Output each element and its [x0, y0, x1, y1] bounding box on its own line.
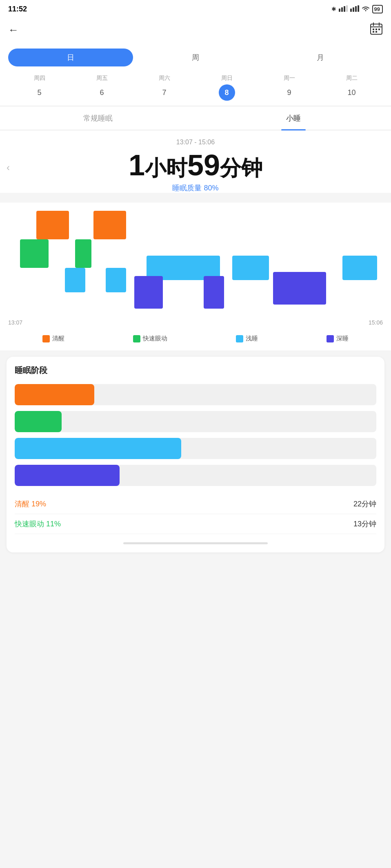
- sleep-quality-label: 睡眠质量: [172, 184, 204, 192]
- legend-dot-light: [236, 335, 243, 342]
- sleep-chart-svg: [8, 203, 383, 309]
- chart-start-time: 13:07: [8, 319, 22, 326]
- calendar-button[interactable]: [370, 22, 383, 38]
- stat-value-awake: 22分钟: [353, 499, 376, 509]
- day-selector: 周四 5 周五 6 周六 7 周日 8 周一 9 周二 10: [0, 71, 391, 106]
- svg-rect-15: [373, 31, 374, 33]
- sleep-minutes: 59: [187, 149, 220, 181]
- sleep-legend: 清醒 快速眼动 浅睡 深睡: [0, 328, 391, 351]
- stage-bar-fill-awake: [15, 384, 94, 405]
- tab-month[interactable]: 月: [258, 49, 383, 66]
- stat-value-rem: 13分钟: [353, 519, 376, 529]
- svg-rect-19: [20, 239, 49, 268]
- sleep-quality: 睡眠质量 80%: [8, 183, 383, 193]
- svg-rect-22: [106, 268, 126, 292]
- chart-time-labels: 13:07 15:06: [0, 317, 391, 328]
- svg-rect-4: [350, 9, 352, 12]
- legend-label-rem: 快速眼动: [143, 335, 167, 342]
- stage-bar-fill-deep: [15, 465, 120, 486]
- legend-label-light: 浅睡: [246, 335, 258, 342]
- svg-rect-16: [375, 31, 377, 33]
- legend-awake: 清醒: [42, 335, 64, 342]
- stage-bar-track-awake: [15, 384, 376, 405]
- sleep-hours: 1: [129, 149, 145, 181]
- legend-dot-rem: [133, 335, 140, 342]
- period-tabs: 日 周 月: [0, 44, 391, 71]
- day-label-mon: 周一: [284, 75, 295, 82]
- day-number-thu: 5: [31, 84, 48, 101]
- svg-rect-2: [344, 6, 345, 12]
- day-label-sat: 周六: [159, 75, 170, 82]
- sleep-time-range: 13:07 - 15:06: [8, 139, 383, 146]
- legend-label-deep: 深睡: [336, 335, 349, 342]
- svg-rect-3: [346, 5, 348, 12]
- tab-week[interactable]: 周: [133, 49, 258, 66]
- stat-row-rem: 快速眼动 11% 13分钟: [15, 514, 376, 534]
- back-button[interactable]: ←: [8, 24, 19, 36]
- day-item-tue[interactable]: 周二 10: [344, 75, 360, 101]
- svg-rect-0: [339, 9, 340, 12]
- chart-end-time: 15:06: [369, 319, 383, 326]
- day-label-tue: 周二: [346, 75, 358, 82]
- stage-bar-light: [15, 438, 376, 459]
- status-time: 11:52: [8, 5, 27, 13]
- legend-deep: 深睡: [327, 335, 349, 342]
- day-item-sat[interactable]: 周六 7: [156, 75, 173, 101]
- svg-rect-18: [93, 211, 126, 239]
- signal-icon: [339, 5, 348, 13]
- day-item-thu[interactable]: 周四 5: [31, 75, 48, 101]
- stage-bar-fill-rem: [15, 411, 62, 432]
- day-item-fri[interactable]: 周五 6: [94, 75, 110, 101]
- legend-rem: 快速眼动: [133, 335, 167, 342]
- sleep-type-tabs: 常规睡眠 小睡: [0, 107, 391, 130]
- tab-regular-sleep[interactable]: 常规睡眠: [0, 107, 196, 130]
- stage-bar-track-rem: [15, 411, 376, 432]
- svg-rect-5: [353, 7, 354, 12]
- sleep-main: ‹ 13:07 - 15:06 1小时59分钟 睡眠质量 80%: [0, 130, 391, 193]
- legend-dot-awake: [42, 335, 50, 342]
- sleep-quality-value: 80%: [204, 184, 218, 192]
- day-number-sun: 8: [219, 84, 235, 101]
- svg-rect-28: [273, 272, 326, 305]
- stat-label-rem: 快速眼动 11%: [15, 519, 61, 529]
- svg-rect-27: [204, 276, 224, 309]
- legend-dot-deep: [327, 335, 334, 342]
- day-label-sun: 周日: [221, 75, 233, 82]
- svg-rect-20: [75, 239, 91, 268]
- sleep-hours-unit: 小时: [145, 156, 187, 180]
- stage-bar-track-light: [15, 438, 376, 459]
- stage-bar-fill-light: [15, 438, 181, 459]
- stage-bar-deep: [15, 465, 376, 486]
- bluetooth-icon: ✱: [331, 6, 336, 12]
- prev-arrow[interactable]: ‹: [7, 162, 10, 173]
- day-label-thu: 周四: [34, 75, 45, 82]
- day-number-mon: 9: [281, 84, 298, 101]
- day-number-tue: 10: [344, 84, 360, 101]
- svg-rect-7: [358, 5, 359, 12]
- stage-stats: 清醒 19% 22分钟 快速眼动 11% 13分钟: [15, 494, 376, 534]
- svg-rect-12: [373, 29, 374, 30]
- header: ←: [0, 18, 391, 44]
- tab-nap[interactable]: 小睡: [196, 107, 391, 130]
- legend-light: 浅睡: [236, 335, 258, 342]
- status-bar: 11:52 ✱ 99: [0, 0, 391, 18]
- stage-bar-track-deep: [15, 465, 376, 486]
- tab-day[interactable]: 日: [8, 49, 133, 66]
- stat-row-awake: 清醒 19% 22分钟: [15, 494, 376, 514]
- day-number-fri: 6: [94, 84, 110, 101]
- scroll-indicator: [123, 542, 268, 544]
- svg-rect-1: [341, 7, 343, 12]
- svg-rect-21: [65, 268, 85, 292]
- svg-rect-25: [342, 256, 377, 280]
- sleep-minutes-unit: 分钟: [220, 156, 262, 180]
- day-item-mon[interactable]: 周一 9: [281, 75, 298, 101]
- svg-rect-13: [375, 29, 377, 30]
- sleep-chart-container: [0, 203, 391, 317]
- day-item-sun[interactable]: 周日 8: [219, 75, 235, 101]
- day-number-sat: 7: [156, 84, 173, 101]
- stages-title: 睡眠阶段: [15, 365, 376, 376]
- stage-bar-rem: [15, 411, 376, 432]
- sleep-stages-card: 睡眠阶段 清醒 19% 22分钟 快速眼动 11% 13分钟: [7, 357, 384, 552]
- day-label-fri: 周五: [96, 75, 108, 82]
- stage-bar-awake: [15, 384, 376, 405]
